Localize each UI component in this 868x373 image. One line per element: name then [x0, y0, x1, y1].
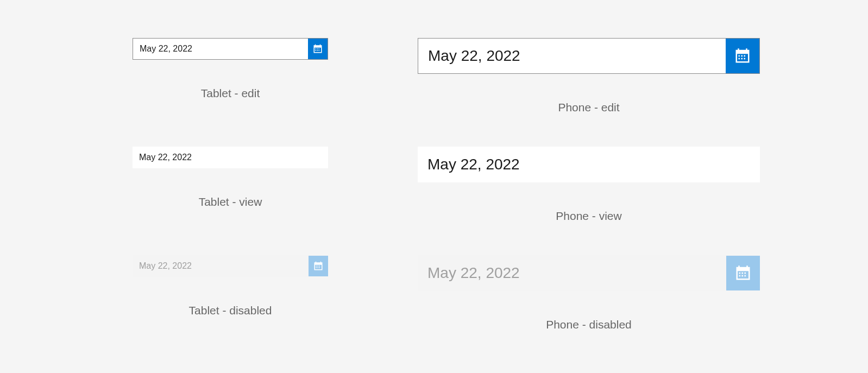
- caption-phone-disabled: Phone - disabled: [546, 318, 632, 331]
- datepicker-phone-disabled: May 22, 2022: [418, 255, 760, 291]
- phone-edit-cell: May 22, 2022 Phone - edit: [418, 38, 760, 114]
- date-value[interactable]: May 22, 2022: [133, 44, 308, 54]
- tablet-edit-cell: May 22, 2022 Tablet - edit: [108, 38, 353, 114]
- calendar-button[interactable]: [308, 39, 328, 59]
- datepicker-phone-edit[interactable]: May 22, 2022: [418, 38, 760, 74]
- caption-tablet-view: Tablet - view: [199, 195, 262, 208]
- datepicker-tablet-edit[interactable]: May 22, 2022: [133, 38, 328, 60]
- date-value: May 22, 2022: [418, 264, 726, 282]
- datepicker-tablet-disabled: May 22, 2022: [133, 255, 328, 277]
- phone-disabled-cell: May 22, 2022 Phone - disabled: [418, 255, 760, 331]
- caption-phone-edit: Phone - edit: [558, 101, 619, 114]
- calendar-icon: [313, 261, 323, 271]
- calendar-icon: [734, 48, 751, 64]
- caption-tablet-disabled: Tablet - disabled: [189, 304, 272, 317]
- calendar-icon: [313, 44, 323, 54]
- calendar-icon: [735, 265, 751, 281]
- datepicker-phone-view: May 22, 2022: [418, 147, 760, 182]
- date-value: May 22, 2022: [133, 153, 328, 162]
- calendar-button-disabled: [726, 256, 760, 290]
- phone-view-cell: May 22, 2022 Phone - view: [418, 147, 760, 223]
- caption-phone-view: Phone - view: [556, 210, 621, 223]
- tablet-disabled-cell: May 22, 2022 Tablet - disabled: [108, 255, 353, 331]
- datepicker-showcase-grid: May 22, 2022 Tablet - edit May 22, 2022 …: [108, 38, 760, 364]
- caption-tablet-edit: Tablet - edit: [201, 87, 260, 100]
- date-value[interactable]: May 22, 2022: [418, 47, 726, 65]
- tablet-view-cell: May 22, 2022 Tablet - view: [108, 147, 353, 223]
- datepicker-tablet-view: May 22, 2022: [133, 147, 328, 168]
- calendar-button-disabled: [309, 256, 328, 276]
- calendar-button[interactable]: [726, 39, 759, 73]
- date-value: May 22, 2022: [418, 156, 760, 173]
- date-value: May 22, 2022: [133, 261, 309, 271]
